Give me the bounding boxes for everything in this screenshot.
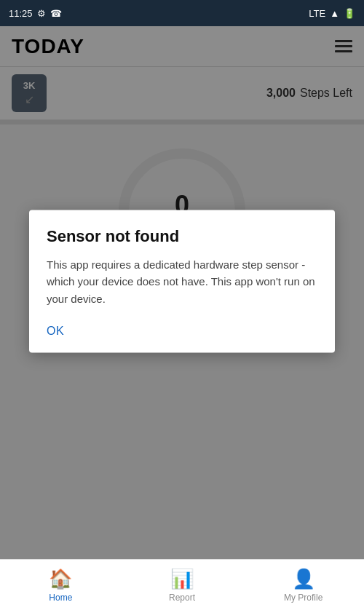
time-display: 11:25 — [9, 8, 33, 19]
signal-icon: ▲ — [330, 8, 339, 19]
gear-icon: ⚙ — [37, 8, 46, 19]
bottom-nav: 🏠 Home 📊 Report 👤 My Profile — [0, 559, 364, 610]
report-icon: 📊 — [170, 568, 194, 590]
lte-label: LTE — [309, 8, 325, 19]
status-bar: 11:25 ⚙ ☎ LTE ▲ 🔋 — [0, 0, 364, 26]
home-icon: 🏠 — [49, 568, 72, 590]
nav-item-my-profile[interactable]: 👤 My Profile — [242, 568, 364, 603]
profile-icon: 👤 — [292, 568, 315, 590]
status-right: LTE ▲ 🔋 — [309, 8, 355, 19]
sensor-not-found-dialog: Sensor not found This app requires a ded… — [29, 210, 335, 352]
dialog-ok-button[interactable]: OK — [47, 322, 64, 341]
nav-item-report[interactable]: 📊 Report — [122, 568, 243, 603]
main-content: TODAY 3K ↙ 3,000 Steps Left 0 — [0, 26, 364, 559]
dialog-title: Sensor not found — [47, 227, 317, 246]
nav-label-my-profile: My Profile — [284, 593, 323, 603]
battery-icon: 🔋 — [344, 8, 355, 19]
status-left: 11:25 ⚙ ☎ — [9, 8, 62, 19]
phone-icon: ☎ — [50, 8, 62, 19]
dialog-message: This app requires a dedicated hardware s… — [47, 256, 317, 307]
nav-label-report: Report — [169, 593, 195, 603]
nav-label-home: Home — [49, 593, 72, 603]
nav-item-home[interactable]: 🏠 Home — [0, 568, 122, 603]
